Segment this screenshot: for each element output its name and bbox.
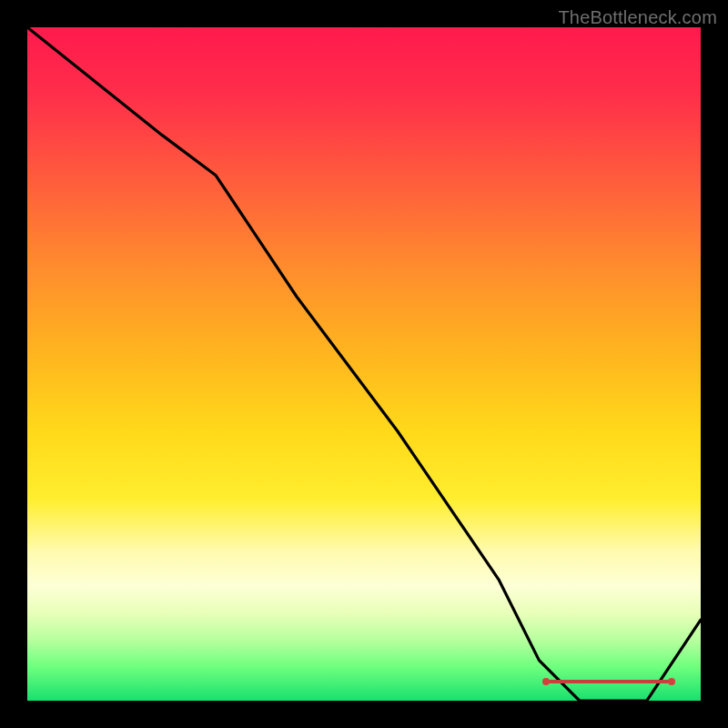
plot-area — [27, 27, 701, 701]
optimal-region-marker — [542, 677, 675, 686]
bottleneck-curve — [27, 27, 701, 701]
marker-dot — [668, 678, 675, 685]
marker-dot — [542, 678, 550, 685]
optimal-region-bar — [546, 680, 672, 683]
attribution-text: TheBottleneck.com — [558, 7, 717, 28]
chart-frame: TheBottleneck.com — [0, 0, 728, 728]
